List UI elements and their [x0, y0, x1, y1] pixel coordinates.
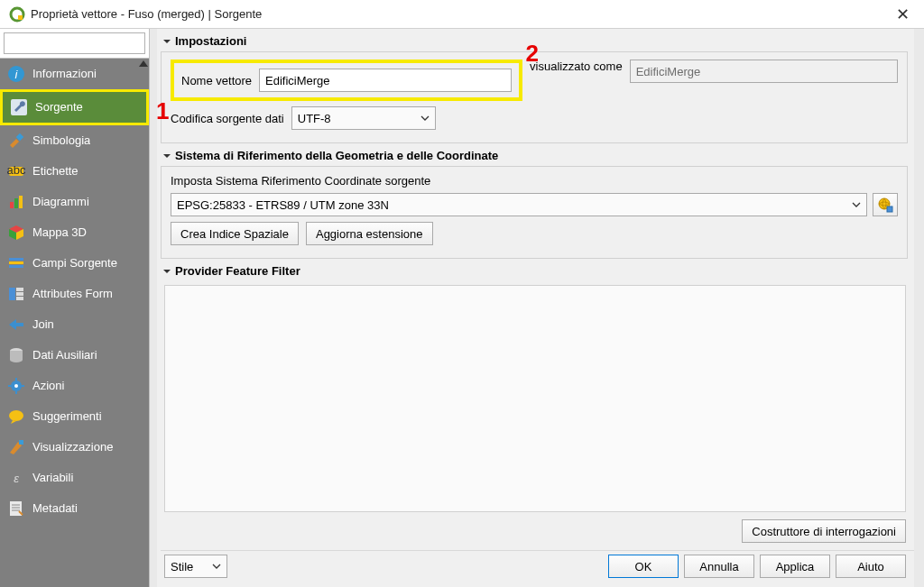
globe-icon — [877, 197, 893, 213]
sidebar-item-sorgente[interactable]: Sorgente — [0, 89, 149, 125]
svg-rect-16 — [9, 288, 15, 300]
chevron-down-icon — [162, 267, 171, 276]
scroll-up-icon[interactable] — [139, 60, 148, 67]
brush-icon — [7, 132, 25, 150]
sidebar-item-label: Metadati — [32, 502, 78, 516]
svg-rect-7 — [16, 133, 23, 141]
sidebar-item-label: Dati Ausiliari — [32, 349, 97, 362]
qgis-logo-icon — [9, 6, 25, 23]
info-icon: i — [7, 65, 25, 83]
layer-name-input[interactable] — [259, 69, 512, 92]
group-header-impostazioni[interactable]: Impostazioni — [161, 29, 920, 51]
svg-text:abc: abc — [7, 163, 25, 177]
content-scrollbar[interactable] — [914, 29, 924, 587]
sidebar-search-input[interactable] — [4, 32, 145, 54]
group-header-filter[interactable]: Provider Feature Filter — [161, 259, 920, 281]
svg-text:ε: ε — [14, 472, 19, 485]
titlebar: Proprietà vettore - Fuso (merged) | Sorg… — [0, 0, 924, 29]
label-icon: abc — [7, 162, 25, 180]
apply-button[interactable]: Applica — [760, 555, 830, 578]
sidebar-item-label: Etichette — [32, 165, 79, 179]
window-title: Proprietà vettore - Fuso (merged) | Sorg… — [31, 7, 262, 21]
cube-icon — [7, 224, 25, 242]
gear-icon — [7, 377, 25, 395]
chevron-down-icon — [162, 151, 171, 161]
sidebar-item-dati-ausiliari[interactable]: Dati Ausiliari — [0, 340, 149, 371]
metadata-icon — [7, 500, 25, 518]
sidebar-item-join[interactable]: Join — [0, 309, 149, 340]
group-title: Provider Feature Filter — [175, 264, 300, 278]
chevron-down-icon — [212, 564, 221, 569]
svg-rect-13 — [9, 258, 23, 261]
create-spatial-index-button[interactable]: Crea Indice Spaziale — [171, 222, 299, 245]
sidebar-item-label: Attributes Form — [32, 288, 113, 301]
sidebar-item-label: Visualizzazione — [32, 441, 113, 454]
sidebar-item-label: Variabili — [32, 472, 73, 485]
svg-rect-28 — [19, 440, 23, 445]
sidebar-item-label: Sorgente — [35, 101, 83, 115]
filter-textarea[interactable] — [164, 285, 906, 512]
help-button[interactable]: Aiuto — [836, 555, 906, 578]
svg-rect-19 — [16, 297, 23, 300]
sidebar-item-simbologia[interactable]: Simbologia — [0, 125, 149, 156]
svg-rect-18 — [16, 292, 23, 296]
svg-rect-35 — [887, 206, 892, 212]
annotation-1: 1 — [156, 97, 169, 125]
sidebar-item-informazioni[interactable]: i Informazioni — [0, 59, 149, 89]
cancel-button[interactable]: Annulla — [684, 555, 754, 578]
svg-rect-17 — [16, 288, 23, 291]
sidebar-item-suggerimenti[interactable]: Suggerimenti — [0, 401, 149, 432]
crs-selector-button[interactable] — [873, 193, 898, 216]
style-menu-button[interactable]: Stile — [164, 555, 227, 578]
sidebar-item-mappa3d[interactable]: Mappa 3D — [0, 217, 149, 248]
svg-rect-30 — [10, 501, 22, 516]
label-visualizzato-come: visualizzato come — [530, 60, 623, 101]
tip-icon — [7, 408, 25, 426]
chevron-down-icon — [852, 202, 861, 207]
chevron-down-icon — [162, 37, 171, 46]
svg-rect-14 — [9, 261, 23, 264]
crs-combobox[interactable]: EPSG:25833 - ETRS89 / UTM zone 33N — [171, 193, 867, 216]
sidebar-item-attributes-form[interactable]: Attributes Form — [0, 279, 149, 309]
displayed-as-input — [630, 60, 898, 83]
ok-button[interactable]: OK — [608, 555, 679, 578]
sidebar-item-label: Suggerimenti — [32, 410, 102, 424]
sidebar-item-visualizzazione[interactable]: Visualizzazione — [0, 432, 149, 463]
fields-icon — [7, 254, 25, 272]
sidebar-item-label: Mappa 3D — [32, 226, 87, 240]
query-builder-button[interactable]: Costruttore di interrogazioni — [742, 519, 906, 543]
join-icon — [7, 316, 25, 334]
update-extent-button[interactable]: Aggiorna estensione — [306, 222, 433, 245]
svg-rect-10 — [10, 202, 14, 208]
label-nome-vettore: Nome vettore — [181, 74, 252, 87]
variable-icon: ε — [7, 469, 25, 487]
encoding-combobox[interactable]: UTF-8 — [291, 106, 436, 130]
sidebar-item-label: Join — [32, 318, 54, 332]
sidebar-item-etichette[interactable]: abc Etichette — [0, 156, 149, 187]
sidebar-item-label: Azioni — [32, 380, 64, 393]
group-title: Sistema di Riferimento della Geometria e… — [175, 149, 498, 162]
annotation-2: 2 — [526, 40, 539, 68]
label-set-crs: Imposta Sistema Riferimento Coordinate s… — [171, 174, 430, 188]
sidebar-item-variabili[interactable]: ε Variabili — [0, 463, 149, 493]
wrench-icon — [10, 98, 28, 116]
sidebar-item-diagrammi[interactable]: Diagrammi — [0, 187, 149, 217]
svg-rect-1 — [18, 15, 23, 20]
window-close-button[interactable]: ✕ — [891, 5, 915, 24]
sidebar-item-azioni[interactable]: Azioni — [0, 371, 149, 401]
render-icon — [7, 438, 25, 456]
sidebar-item-label: Campi Sorgente — [32, 257, 117, 271]
encoding-value: UTF-8 — [298, 112, 331, 125]
diagram-icon — [7, 193, 25, 211]
svg-rect-11 — [14, 198, 18, 208]
sidebar-item-label: Simbologia — [32, 134, 90, 148]
sidebar-item-metadati[interactable]: Metadati — [0, 493, 149, 524]
svg-rect-15 — [9, 265, 23, 268]
group-header-crs[interactable]: Sistema di Riferimento della Geometria e… — [161, 143, 920, 166]
label-codifica: Codifica sorgente dati — [171, 112, 284, 125]
sidebar-item-campi-sorgente[interactable]: Campi Sorgente — [0, 248, 149, 279]
svg-rect-12 — [19, 196, 23, 208]
sidebar-item-label: Informazioni — [32, 68, 97, 81]
database-icon — [7, 346, 25, 364]
chevron-down-icon — [420, 115, 430, 121]
